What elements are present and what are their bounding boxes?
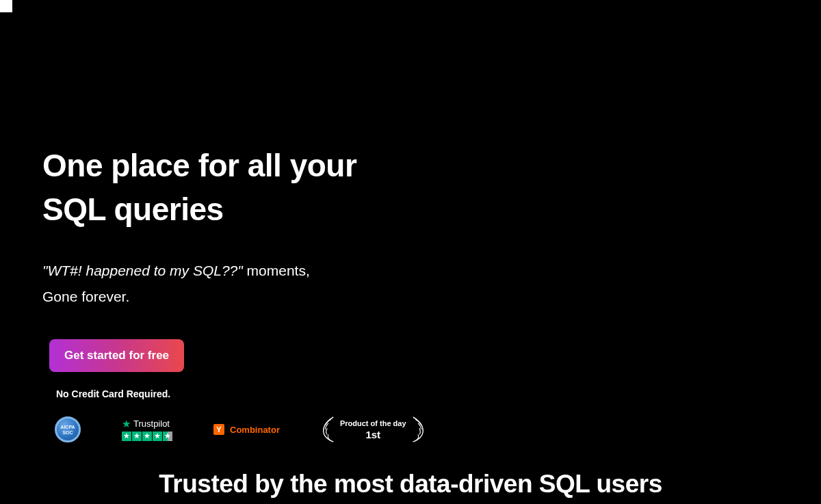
trusted-heading: Trusted by the most data-driven SQL user… (0, 470, 821, 499)
star-icon: ★ (132, 432, 142, 441)
star-icon: ★ (122, 419, 131, 429)
laurel-left-icon (321, 416, 336, 443)
soc-line1: AICPA (60, 425, 75, 429)
trustpilot-badge: ★ Trustpilot ★ ★ ★ ★ ★ (122, 419, 172, 441)
subhead-italic: "WT#! happened to my SQL??" (42, 263, 243, 278)
hero-subhead: "WT#! happened to my SQL??" moments, Gon… (42, 258, 821, 310)
cta-wrap: Get started for free (49, 339, 821, 372)
laurel-right-icon (410, 416, 426, 443)
trustpilot-label: Trustpilot (133, 419, 170, 429)
top-corner-block (0, 0, 12, 12)
badges-row: AICPA SOC ★ Trustpilot ★ ★ ★ ★ ★ Y Combi… (55, 416, 821, 443)
aicpa-soc-badge: AICPA SOC (55, 416, 81, 442)
star-icon: ★ (122, 432, 131, 441)
headline-line1: One place for all your (42, 148, 356, 183)
star-icon: ★ (142, 432, 152, 441)
soc-line2: SOC (62, 430, 73, 435)
hero-headline: One place for all your SQL queries (42, 144, 821, 232)
star-half-icon: ★ (163, 432, 172, 441)
potd-rank: 1st (340, 429, 406, 440)
yc-label: Combinator (230, 425, 280, 435)
potd-label: Product of the day (340, 419, 406, 427)
get-started-button[interactable]: Get started for free (49, 339, 184, 372)
headline-line2: SQL queries (42, 191, 224, 227)
potd-text: Product of the day 1st (340, 419, 406, 440)
ycombinator-badge: Y Combinator (213, 424, 280, 435)
product-of-the-day-badge: Product of the day 1st (321, 416, 426, 443)
trustpilot-stars: ★ ★ ★ ★ ★ (122, 432, 172, 441)
trustpilot-top: ★ Trustpilot (122, 419, 172, 429)
hero-section: One place for all your SQL queries "WT#!… (0, 0, 821, 443)
star-icon: ★ (153, 432, 162, 441)
subhead-rest: moments, (243, 263, 310, 278)
no-credit-card-note: No Credit Card Required. (56, 388, 821, 399)
subhead-line2: Gone forever. (42, 289, 129, 304)
yc-logo-icon: Y (213, 424, 224, 435)
